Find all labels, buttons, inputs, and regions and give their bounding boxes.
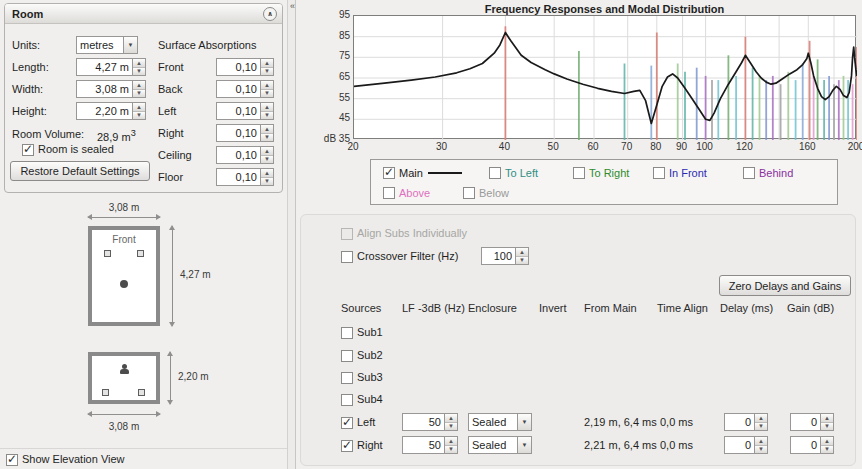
header-lf: LF -3dB (Hz) — [402, 302, 465, 314]
room-sealed-checkbox[interactable] — [22, 144, 34, 156]
show-elevation-checkbox[interactable] — [6, 454, 18, 466]
width-value[interactable]: 3,08 m — [77, 81, 132, 97]
spin-down-icon[interactable]: ▼ — [261, 177, 273, 186]
spin-up-icon[interactable]: ▲ — [755, 414, 767, 422]
left-enclosure-select[interactable]: Sealed ▼ — [468, 413, 532, 431]
spin-down-icon[interactable]: ▼ — [133, 111, 145, 120]
width-spinner: ▲ ▼ — [132, 81, 145, 97]
sub1-checkbox[interactable] — [341, 327, 353, 339]
spin-down-icon[interactable]: ▼ — [261, 89, 273, 98]
left-gain-input[interactable]: 0 ▲▼ — [790, 413, 834, 431]
height-input[interactable]: 2,20 m ▲ ▼ — [76, 102, 146, 120]
right-enclosure-select[interactable]: Sealed ▼ — [468, 436, 532, 454]
dropdown-arrow-icon[interactable]: ▼ — [517, 437, 531, 453]
dropdown-arrow-icon[interactable]: ▼ — [517, 414, 531, 430]
spin-down-icon[interactable]: ▼ — [821, 445, 833, 454]
surface-absorptions-title: Surface Absorptions — [158, 39, 256, 51]
spin-up-icon[interactable]: ▲ — [261, 169, 273, 177]
right-source-label: Right — [357, 439, 383, 451]
spin-down-icon[interactable]: ▼ — [445, 445, 457, 454]
length-input[interactable]: 4,27 m ▲ ▼ — [76, 58, 146, 76]
speaker-left-icon — [104, 250, 111, 257]
length-value[interactable]: 4,27 m — [77, 59, 132, 75]
spin-up-icon[interactable]: ▲ — [133, 81, 145, 89]
legend-behind-checkbox[interactable] — [743, 167, 755, 179]
spin-up-icon[interactable]: ▲ — [821, 414, 833, 422]
spin-up-icon[interactable]: ▲ — [516, 248, 528, 256]
spin-up-icon[interactable]: ▲ — [445, 414, 457, 422]
crossover-input[interactable]: 100 ▲▼ — [481, 247, 529, 265]
spin-down-icon[interactable]: ▼ — [261, 111, 273, 120]
spin-up-icon[interactable]: ▲ — [133, 59, 145, 67]
spin-down-icon[interactable]: ▼ — [755, 422, 767, 431]
plan-width-dim: 3,08 m — [88, 202, 160, 213]
spin-down-icon[interactable]: ▼ — [261, 67, 273, 76]
spin-down-icon[interactable]: ▼ — [133, 89, 145, 98]
crossover-label: Crossover Filter (Hz) — [357, 250, 458, 262]
spin-up-icon[interactable]: ▲ — [755, 437, 767, 445]
speaker-left-elevation-icon — [102, 389, 109, 396]
zero-delays-gains-button[interactable]: Zero Delays and Gains — [719, 275, 851, 296]
left-lf-input[interactable]: 50 ▲▼ — [402, 413, 458, 431]
spin-up-icon[interactable]: ▲ — [261, 147, 273, 155]
chevron-up-icon: ∧ — [267, 10, 273, 18]
spin-down-icon[interactable]: ▼ — [516, 256, 528, 265]
x-tick-label: 200 — [843, 141, 862, 152]
sub4-checkbox[interactable] — [341, 394, 353, 406]
sub3-label: Sub3 — [357, 371, 383, 383]
legend-to-left-checkbox[interactable] — [489, 167, 501, 179]
spin-down-icon[interactable]: ▼ — [445, 422, 457, 431]
crossover-checkbox[interactable] — [341, 251, 353, 263]
sub3-checkbox[interactable] — [341, 372, 353, 384]
spin-down-icon[interactable]: ▼ — [755, 445, 767, 454]
right-lf-input[interactable]: 50 ▲▼ — [402, 436, 458, 454]
legend-above-checkbox[interactable] — [383, 187, 395, 199]
elevation-height-dim: 2,20 m — [178, 371, 209, 382]
x-tick-label: 30 — [429, 141, 455, 152]
legend-in-front-label: In Front — [669, 167, 707, 179]
spin-up-icon[interactable]: ▲ — [261, 81, 273, 89]
width-input[interactable]: 3,08 m ▲ ▼ — [76, 80, 146, 98]
right-delay-input[interactable]: 0 ▲▼ — [724, 436, 768, 454]
spin-up-icon[interactable]: ▲ — [133, 103, 145, 111]
legend-main-checkbox[interactable] — [383, 167, 395, 179]
legend-to-right-checkbox[interactable] — [573, 167, 585, 179]
absorption-ceiling-input[interactable]: 0,10 ▲▼ — [216, 146, 274, 164]
collapse-room-button[interactable]: ∧ — [263, 7, 277, 21]
speaker-right-elevation-icon — [138, 389, 145, 396]
units-select[interactable]: metres ▼ — [76, 36, 138, 54]
left-delay-input[interactable]: 0 ▲▼ — [724, 413, 768, 431]
left-source-checkbox[interactable] — [341, 417, 353, 429]
sub2-checkbox[interactable] — [341, 350, 353, 362]
absorption-back-label: Back — [158, 83, 182, 95]
spin-up-icon[interactable]: ▲ — [261, 103, 273, 111]
x-tick-label: 70 — [614, 141, 640, 152]
spin-down-icon[interactable]: ▼ — [133, 67, 145, 76]
spin-up-icon[interactable]: ▲ — [261, 59, 273, 67]
spin-down-icon[interactable]: ▼ — [261, 155, 273, 164]
show-elevation-label: Show Elevation View — [22, 453, 125, 465]
y-tick-label: 85 — [310, 30, 350, 41]
spin-down-icon[interactable]: ▼ — [261, 133, 273, 142]
absorption-right-input[interactable]: 0,10 ▲▼ — [216, 124, 274, 142]
legend-below-checkbox[interactable] — [463, 187, 475, 199]
spin-up-icon[interactable]: ▲ — [261, 125, 273, 133]
height-value[interactable]: 2,20 m — [77, 103, 132, 119]
spin-up-icon[interactable]: ▲ — [445, 437, 457, 445]
legend-main-label: Main — [399, 167, 423, 179]
legend-in-front-checkbox[interactable] — [653, 167, 665, 179]
panel-splitter[interactable]: « — [287, 0, 296, 469]
spin-down-icon[interactable]: ▼ — [821, 422, 833, 431]
units-value[interactable]: metres — [77, 37, 123, 53]
absorption-front-input[interactable]: 0,10 ▲▼ — [216, 58, 274, 76]
dropdown-arrow-icon[interactable]: ▼ — [123, 37, 137, 53]
restore-defaults-button[interactable]: Restore Default Settings — [10, 161, 150, 181]
absorption-left-input[interactable]: 0,10 ▲▼ — [216, 102, 274, 120]
right-gain-input[interactable]: 0 ▲▼ — [790, 436, 834, 454]
elevation-view — [88, 352, 160, 404]
absorption-floor-input[interactable]: 0,10 ▲▼ — [216, 168, 274, 186]
right-source-checkbox[interactable] — [341, 440, 353, 452]
listener-icon — [120, 280, 128, 288]
absorption-back-input[interactable]: 0,10 ▲▼ — [216, 80, 274, 98]
spin-up-icon[interactable]: ▲ — [821, 437, 833, 445]
